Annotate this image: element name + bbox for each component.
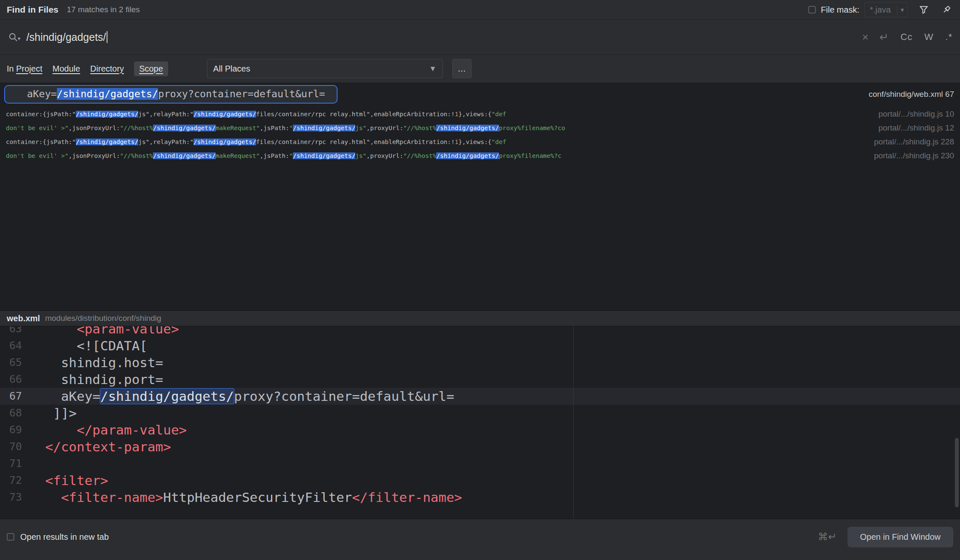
filter-icon[interactable]: [917, 3, 931, 16]
code-line: 64 <![CDATA[: [0, 337, 960, 354]
line-number: 65: [0, 354, 22, 371]
open-in-find-window-button[interactable]: Open in Find Window: [847, 527, 953, 547]
scope-option-label: Project: [16, 64, 42, 73]
clear-search-icon[interactable]: ×: [862, 31, 869, 44]
code-text: <filter>: [29, 472, 108, 489]
text-segment: files/container/rpc_relay.html",enableRp…: [256, 139, 455, 145]
find-in-files-dialog: Find in Files 17 matches in 2 files File…: [0, 0, 960, 560]
match-highlight: /shindig/gadgets/: [436, 152, 499, 159]
search-input[interactable]: /shindig/gadgets/: [27, 31, 851, 43]
result-row[interactable]: container:{jsPath:"/shindig/gadgets/js",…: [0, 135, 960, 149]
code-text: </param-value>: [29, 421, 187, 438]
text-segment: "def: [491, 139, 506, 145]
preview-header: web.xml modules/distribution/conf/shindi…: [0, 310, 960, 326]
text-segment: container:{jsPath:": [6, 111, 76, 117]
matches-summary: 17 matches in 2 files: [67, 5, 140, 14]
text-segment: files/container/rpc_relay.html",enableRp…: [256, 111, 455, 117]
match-highlight: /shindig/gadgets/: [153, 152, 215, 159]
result-location: conf/shindig/web.xml 67: [861, 90, 954, 99]
match-highlight: /shindig/gadgets/: [57, 88, 158, 100]
match-highlight: /shindig/gadgets/: [76, 111, 138, 117]
code-text: shindig.port=: [29, 371, 163, 388]
result-match-text: container:{jsPath:"/shindig/gadgets/js",…: [6, 139, 506, 145]
match-highlight: /shindig/gadgets/: [293, 152, 355, 159]
text-segment: makeRequest": [216, 152, 260, 159]
text-segment: aKey=: [29, 389, 100, 404]
text-caret: [107, 31, 107, 43]
text-segment: <filter>: [45, 473, 108, 488]
code-line: 66 shindig.port=: [0, 371, 960, 388]
scope-tabs: In ProjectModuleDirectoryScope: [7, 61, 178, 76]
text-segment: },views:{: [459, 139, 492, 145]
text-segment: <param-value>: [77, 326, 179, 336]
all-places-combo[interactable]: All Places ▼: [207, 59, 443, 78]
scope-option-label: Directory: [90, 64, 124, 73]
scope-option-prefix: In: [7, 64, 16, 73]
code-line: 63 <param-value>: [0, 326, 960, 337]
text-segment: [29, 326, 77, 336]
scope-option-module[interactable]: Module: [53, 64, 80, 74]
result-row[interactable]: don't be evil' >",jsonProxyUrl:"//%host%…: [0, 121, 960, 135]
text-segment: js",relayPath:": [138, 111, 193, 117]
match-highlight: /shindig/gadgets/: [76, 139, 138, 145]
file-mask-combo[interactable]: *.java ▾: [864, 2, 908, 17]
text-segment: "//%host%: [120, 125, 153, 131]
line-number: 67: [0, 388, 22, 405]
text-segment: don't be evil' >": [6, 125, 68, 131]
scope-option-label: Scope: [139, 64, 163, 73]
line-number: 73: [0, 489, 22, 506]
result-row-selected[interactable]: aKey=/shindig/gadgets/proxy?container=de…: [0, 85, 960, 104]
result-row[interactable]: don't be evil' >",jsonProxyUrl:"//%host%…: [0, 149, 960, 163]
text-segment: ,jsonProxyUrl:: [68, 125, 120, 131]
line-number: 63: [0, 326, 22, 337]
text-segment: ": [289, 125, 293, 131]
text-segment: proxy%filename%?c: [499, 152, 561, 159]
match-highlight: /shindig/gadgets/: [293, 125, 355, 131]
result-match-text: container:{jsPath:"/shindig/gadgets/js",…: [6, 111, 506, 117]
text-segment: [29, 422, 77, 437]
text-segment: aKey=: [27, 88, 57, 100]
code-text: <param-value>: [29, 326, 179, 337]
text-segment: js",relayPath:": [138, 139, 193, 145]
result-location: portal/.../shindig.js 228: [866, 137, 954, 147]
text-segment: <![CDATA[: [29, 338, 147, 353]
text-segment: don't be evil' >": [6, 152, 68, 159]
text-segment: "def: [491, 111, 506, 117]
search-history-button[interactable]: ▾: [8, 32, 21, 43]
match-case-toggle[interactable]: Cc: [901, 32, 913, 43]
text-segment: 1: [455, 111, 459, 117]
text-segment: [29, 473, 45, 488]
search-bar: ▾ /shindig/gadgets/ × ↵ Cc W .*: [0, 20, 960, 55]
all-places-value: All Places: [213, 64, 429, 74]
new-line-icon[interactable]: ↵: [880, 31, 889, 44]
scope-more-button[interactable]: …: [452, 59, 472, 78]
scope-option-scope[interactable]: Scope: [134, 61, 168, 76]
line-number: 64: [0, 337, 22, 354]
open-results-new-tab-label: Open results in new tab: [20, 532, 109, 542]
open-results-new-tab-checkbox[interactable]: [7, 533, 14, 541]
shortcut-hint: ⌘↵: [818, 531, 837, 543]
text-segment: [29, 490, 61, 505]
combo-separator: [897, 5, 897, 14]
code-line: 70 </context-param>: [0, 438, 960, 455]
result-row[interactable]: container:{jsPath:"/shindig/gadgets/js",…: [0, 107, 960, 121]
hard-wrap-guide: [573, 326, 574, 519]
match-highlight: /shindig/gadgets/: [153, 125, 215, 131]
words-toggle[interactable]: W: [925, 32, 934, 43]
text-segment: makeRequest": [216, 125, 260, 131]
text-segment: HttpHeaderSecurityFilter: [163, 490, 352, 505]
text-segment: [29, 439, 45, 454]
code-line: 73 <filter-name>HttpHeaderSecurityFilter…: [0, 489, 960, 506]
pin-icon[interactable]: [940, 3, 953, 16]
regex-toggle[interactable]: .*: [945, 32, 952, 43]
file-mask-checkbox[interactable]: [808, 6, 816, 13]
chevron-down-icon: ▼: [429, 64, 437, 73]
line-number: 69: [0, 421, 22, 438]
scope-option-directory[interactable]: Directory: [90, 64, 124, 74]
match-highlight: /shindig/gadgets/: [100, 389, 234, 404]
line-number: 68: [0, 405, 22, 421]
editor-scrollbar-thumb[interactable]: [955, 438, 959, 507]
code-preview-editor[interactable]: 63 <param-value>64 <![CDATA[65 shindig.h…: [0, 326, 960, 519]
search-query: /shindig/gadgets/: [27, 31, 106, 43]
scope-option-project[interactable]: In Project: [7, 64, 43, 74]
